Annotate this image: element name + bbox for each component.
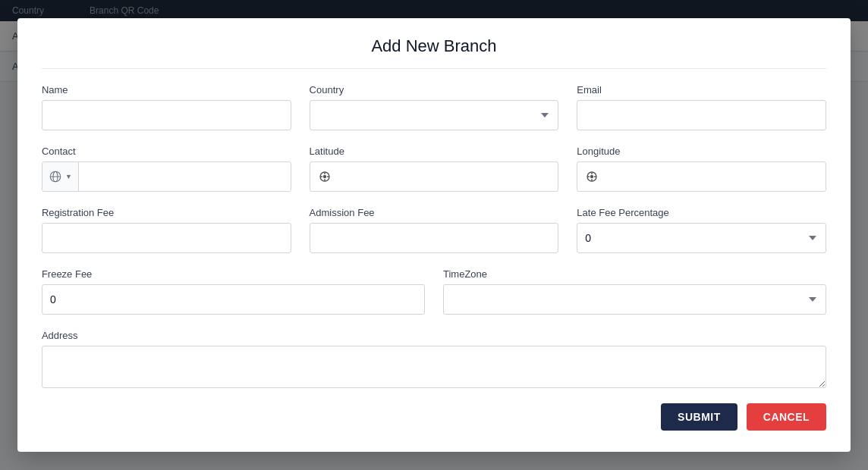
contact-input-wrapper: ▼ <box>42 161 291 192</box>
late-fee-percentage-select[interactable]: 0 <box>577 223 826 253</box>
prefix-dropdown-arrow: ▼ <box>65 173 72 180</box>
country-label: Country <box>310 84 559 96</box>
modal-footer: SUBMIT CANCEL <box>42 403 826 431</box>
freeze-fee-field-group: Freeze Fee <box>42 268 425 315</box>
svg-point-4 <box>323 176 326 178</box>
globe-icon <box>49 170 62 183</box>
contact-phone-prefix[interactable]: ▼ <box>42 162 79 191</box>
cancel-button[interactable]: CANCEL <box>747 403 826 431</box>
modal-title: Add New Branch <box>42 36 826 69</box>
admission-fee-label: Admission Fee <box>310 207 559 218</box>
address-group: Address <box>42 330 826 388</box>
form-row-2: Contact ▼ Latitude <box>42 146 826 192</box>
modal-overlay: Add New Branch Name Country Email Contac <box>0 0 868 470</box>
country-select[interactable] <box>310 100 559 130</box>
late-fee-percentage-field-group: Late Fee Percentage 0 <box>577 207 826 253</box>
admission-fee-field-group: Admission Fee <box>310 207 559 253</box>
svg-point-10 <box>591 176 593 178</box>
name-input[interactable] <box>42 100 291 130</box>
longitude-location-icon <box>577 170 606 183</box>
address-label: Address <box>42 330 826 341</box>
form-row-4: Freeze Fee TimeZone <box>42 268 826 315</box>
address-textarea[interactable] <box>42 346 826 388</box>
registration-fee-label: Registration Fee <box>42 207 291 218</box>
contact-input[interactable] <box>79 162 291 191</box>
latitude-location-icon <box>310 170 339 183</box>
email-label: Email <box>577 84 826 96</box>
registration-fee-field-group: Registration Fee <box>42 207 291 253</box>
latitude-field-group: Latitude <box>310 146 559 192</box>
country-field-group: Country <box>310 84 559 130</box>
longitude-input-wrapper <box>577 161 826 192</box>
freeze-fee-input[interactable] <box>42 284 425 315</box>
late-fee-percentage-label: Late Fee Percentage <box>577 207 826 218</box>
longitude-label: Longitude <box>577 146 826 157</box>
submit-button[interactable]: SUBMIT <box>661 403 737 431</box>
address-field-group: Address <box>42 330 826 388</box>
timezone-label: TimeZone <box>443 268 826 280</box>
email-input[interactable] <box>577 100 826 130</box>
timezone-field-group: TimeZone <box>443 268 826 315</box>
freeze-fee-label: Freeze Fee <box>42 268 425 280</box>
name-label: Name <box>42 84 291 96</box>
name-field-group: Name <box>42 84 291 130</box>
timezone-select[interactable] <box>443 284 826 315</box>
add-branch-modal: Add New Branch Name Country Email Contac <box>17 18 851 452</box>
longitude-field-group: Longitude <box>577 146 826 192</box>
longitude-input[interactable] <box>606 171 826 183</box>
registration-fee-input[interactable] <box>42 223 291 253</box>
form-row-3: Registration Fee Admission Fee Late Fee … <box>42 207 826 253</box>
latitude-input-wrapper <box>310 161 559 192</box>
contact-field-group: Contact ▼ <box>42 146 291 192</box>
latitude-label: Latitude <box>310 146 559 157</box>
admission-fee-input[interactable] <box>310 223 559 253</box>
contact-label: Contact <box>42 146 291 157</box>
latitude-input[interactable] <box>339 171 558 183</box>
email-field-group: Email <box>577 84 826 130</box>
form-row-1: Name Country Email <box>42 84 826 130</box>
